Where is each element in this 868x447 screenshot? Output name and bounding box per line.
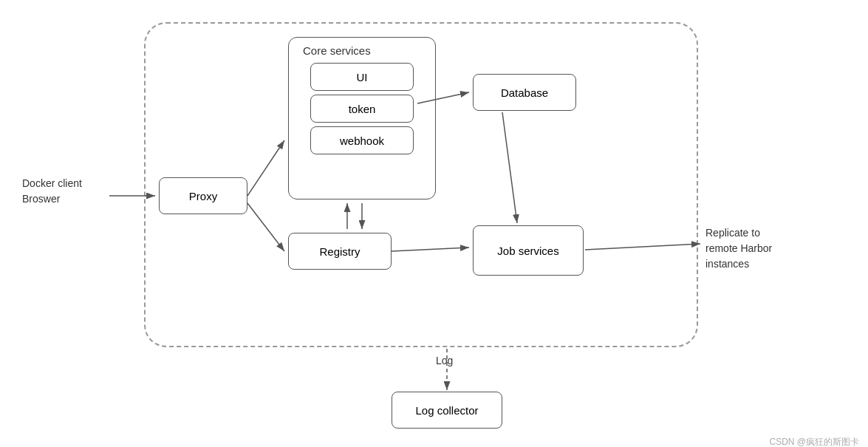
replicate-label: Replicate toremote Harborinstances — [705, 225, 772, 272]
diagram-container: Docker client Broswer Proxy Core service… — [0, 7, 868, 447]
proxy-box: Proxy — [159, 177, 247, 214]
log-collector-box: Log collector — [392, 392, 502, 429]
log-label: Log — [436, 355, 453, 366]
webhook-box: webhook — [310, 126, 414, 154]
registry-box: Registry — [288, 233, 392, 270]
core-services-label: Core services — [303, 44, 371, 57]
ui-box: UI — [310, 63, 414, 91]
token-box: token — [310, 95, 414, 123]
job-services-box: Job services — [473, 225, 584, 276]
database-box: Database — [473, 74, 576, 111]
watermark: CSDN @疯狂的斯图卡 — [769, 436, 859, 447]
docker-browser-label: Docker client Broswer — [22, 176, 82, 207]
